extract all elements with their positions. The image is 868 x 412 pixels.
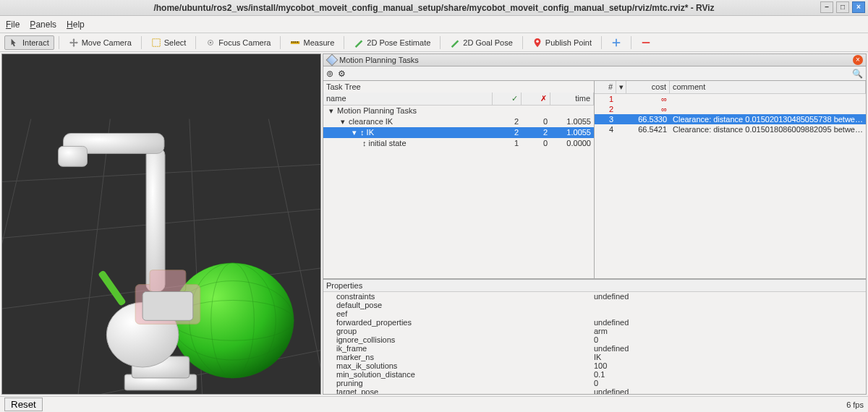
col-name[interactable]: name — [323, 93, 493, 105]
task-tree-row[interactable]: ▾ clearance IK201.0055 — [323, 116, 594, 127]
col-id[interactable]: # — [595, 81, 616, 93]
col-comment[interactable]: comment — [670, 81, 866, 93]
tool-measure[interactable]: Measure — [285, 35, 339, 50]
stage-icon: ↕ — [362, 139, 367, 147]
toolbar: Interact Move Camera Select Focus Camera… — [0, 33, 868, 52]
property-row[interactable]: target_poseundefined — [323, 387, 866, 394]
task-tree-label: Task Tree — [323, 81, 594, 93]
tool-select-label: Select — [164, 38, 187, 47]
tool-add[interactable] — [606, 35, 626, 50]
panel-zoom-icon[interactable]: 🔍 — [852, 69, 863, 79]
tool-focus-camera[interactable]: Focus Camera — [200, 35, 276, 50]
tool-publish-point-label: Publish Point — [545, 38, 592, 47]
task-tree-row[interactable]: ↕ initial state100.0000 — [323, 138, 594, 148]
property-row[interactable]: default_pose — [323, 301, 866, 309]
tool-2d-goal-pose[interactable]: 2D Goal Pose — [445, 35, 517, 50]
task-tree-row[interactable]: ▾ ↕ IK221.0055 — [323, 127, 594, 138]
menu-help[interactable]: Help — [67, 20, 85, 30]
window-close-button[interactable]: × — [852, 1, 865, 13]
solutions-header: # ▾ cost comment — [595, 81, 866, 94]
property-row[interactable]: forwarded_propertiesundefined — [323, 318, 866, 327]
panel-close-icon[interactable]: × — [853, 55, 863, 65]
stage-icon: ↕ — [360, 128, 365, 137]
tool-interact-label: Interact — [22, 38, 49, 47]
svg-rect-0 — [153, 38, 161, 46]
menu-panels[interactable]: Panels — [30, 20, 56, 30]
property-row[interactable]: pruning0 — [323, 379, 866, 387]
solutions-panel: # ▾ cost comment 1∞2∞366.5330Clearance: … — [595, 81, 867, 279]
tool-select[interactable]: Select — [146, 35, 192, 50]
col-fail[interactable]: ✗ — [522, 93, 550, 105]
property-row[interactable]: ignore_collisions0 — [323, 335, 866, 344]
expander-icon[interactable]: ▾ — [328, 106, 335, 116]
panel-settings-icon[interactable]: ⚙ — [338, 69, 346, 79]
svg-rect-34 — [142, 291, 193, 320]
col-time[interactable]: time — [550, 93, 594, 105]
tool-measure-label: Measure — [303, 38, 334, 47]
menubar: File Panels Help — [0, 16, 868, 33]
solution-row[interactable]: 466.5421Clearance: distance 0.0150180860… — [595, 124, 866, 134]
expander-icon[interactable]: ▾ — [339, 117, 346, 126]
panel-icon — [326, 54, 339, 66]
panel-header: Motion Planning Tasks × — [323, 53, 867, 66]
solution-row[interactable]: 1∞ — [595, 94, 866, 104]
task-tree-panel: Task Tree name ✓ ✗ time ▾ Motion Plannin… — [323, 81, 595, 279]
property-row[interactable]: constraintsundefined — [323, 292, 866, 301]
properties-label: Properties — [323, 280, 866, 292]
svg-point-8 — [536, 40, 539, 43]
statusbar: Reset 6 fps — [0, 396, 868, 412]
panel-subtoolbar: ⊚ ⚙ 🔍 — [323, 66, 867, 81]
properties-body[interactable]: constraintsundefineddefault_poseeefforwa… — [323, 292, 866, 394]
property-row[interactable]: min_solution_distance0.1 — [323, 370, 866, 379]
svg-rect-31 — [59, 146, 88, 166]
viewport-scene — [2, 54, 320, 395]
svg-point-2 — [210, 41, 212, 43]
tool-2d-pose-estimate[interactable]: 2D Pose Estimate — [349, 35, 435, 50]
window-minimize-button[interactable]: – — [820, 1, 833, 13]
menu-file[interactable]: File — [6, 20, 20, 30]
tool-focus-camera-label: Focus Camera — [218, 38, 271, 47]
reset-button[interactable]: Reset — [4, 398, 43, 411]
tool-move-camera[interactable]: Move Camera — [64, 35, 137, 50]
solution-row[interactable]: 366.5330Clearance: distance 0.0150201304… — [595, 114, 866, 124]
svg-rect-9 — [642, 42, 650, 43]
window-maximize-button[interactable]: □ — [836, 1, 849, 13]
svg-rect-33 — [150, 270, 186, 292]
window-titlebar: /home/ubuntu/ros2_ws/install/mycobot_mov… — [0, 0, 868, 16]
property-row[interactable]: max_ik_solutions100 — [323, 361, 866, 370]
task-tree-header: name ✓ ✗ time — [323, 93, 594, 106]
expander-icon[interactable]: ▾ — [351, 128, 358, 137]
tool-move-camera-label: Move Camera — [82, 38, 132, 47]
fps-display: 6 fps — [846, 400, 864, 409]
property-row[interactable]: grouparm — [323, 327, 866, 335]
solution-row[interactable]: 2∞ — [595, 104, 866, 114]
property-row[interactable]: marker_nsIK — [323, 353, 866, 361]
window-title: /home/ubuntu/ros2_ws/install/mycobot_mov… — [153, 3, 714, 13]
solutions-body[interactable]: 1∞2∞366.5330Clearance: distance 0.015020… — [595, 94, 866, 278]
panel-connector-icon[interactable]: ⊚ — [326, 69, 333, 79]
property-row[interactable]: ik_frameundefined — [323, 344, 866, 353]
tool-2d-goal-pose-label: 2D Goal Pose — [463, 38, 512, 47]
3d-viewport[interactable] — [1, 53, 321, 395]
task-tree-row[interactable]: ▾ Motion Planning Tasks — [323, 106, 594, 116]
tool-interact[interactable]: Interact — [4, 35, 54, 50]
tool-2d-pose-estimate-label: 2D Pose Estimate — [367, 38, 430, 47]
col-cost[interactable]: cost — [626, 81, 670, 93]
task-tree-body[interactable]: ▾ Motion Planning Tasks▾ clearance IK201… — [323, 106, 594, 278]
tool-remove[interactable] — [636, 35, 656, 50]
properties-panel: Properties constraintsundefineddefault_p… — [323, 279, 867, 395]
col-sort-icon[interactable]: ▾ — [616, 81, 626, 93]
property-row[interactable]: eef — [323, 309, 866, 318]
panel-title: Motion Planning Tasks — [339, 56, 419, 64]
col-success[interactable]: ✓ — [493, 93, 522, 105]
tool-publish-point[interactable]: Publish Point — [527, 35, 597, 50]
